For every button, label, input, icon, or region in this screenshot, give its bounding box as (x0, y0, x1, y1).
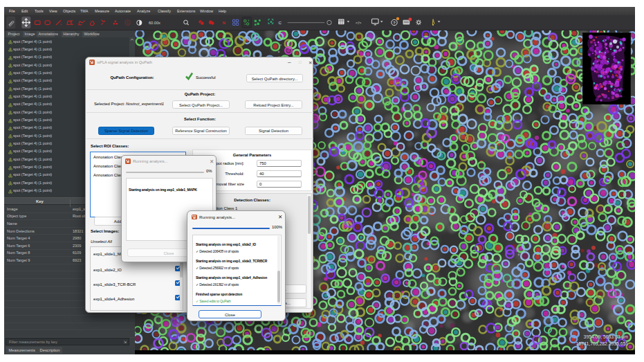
svg-text:60.00x: 60.00x (149, 21, 160, 25)
svg-text:S: S (127, 21, 129, 25)
svg-text:N: N (223, 21, 226, 25)
svg-text:C: C (279, 21, 282, 25)
svg-text:</>: </> (356, 21, 362, 25)
svg-text:?: ? (393, 21, 396, 25)
